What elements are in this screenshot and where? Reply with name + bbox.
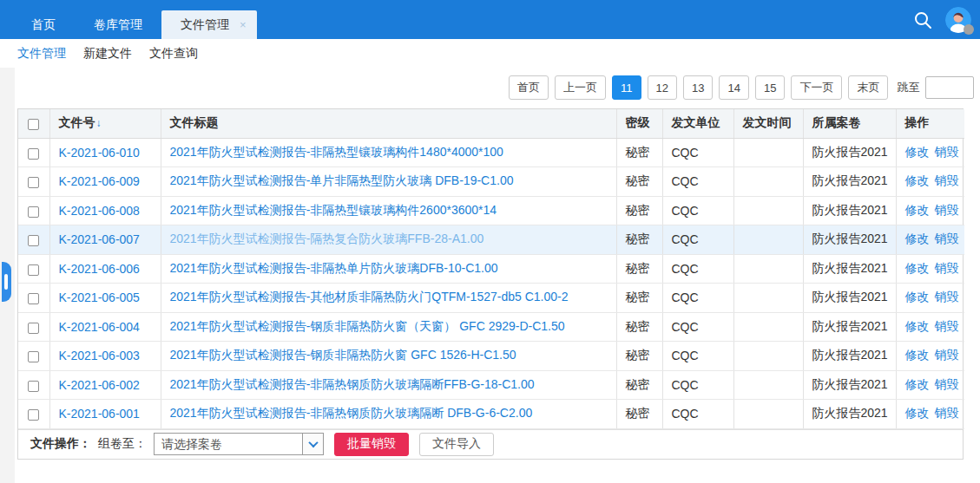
- panel-expand-handle[interactable]: [2, 262, 11, 302]
- table-row: K-2021-06-005 2021年防火型试检测报告-其他材质非隔热防火门QT…: [18, 284, 964, 313]
- table-header-row: 文件号↓ 文件标题 密级 发文单位 发文时间 所属案卷 操作: [18, 109, 964, 138]
- modify-link[interactable]: 修改: [905, 406, 930, 420]
- file-title-link[interactable]: 2021年防火型试检测报告-非隔热型镶玻璃构件2600*3600*14: [170, 203, 497, 217]
- file-title-link[interactable]: 2021年防火型试检测报告-非隔热型镶玻璃构件1480*4000*100: [170, 145, 503, 159]
- modify-link[interactable]: 修改: [905, 261, 930, 275]
- row-checkbox[interactable]: [28, 148, 39, 160]
- table-row: K-2021-06-008 2021年防火型试检测报告-非隔热型镶玻璃构件260…: [18, 196, 964, 225]
- file-no-link[interactable]: K-2021-06-006: [59, 262, 140, 276]
- status-badge: [964, 24, 974, 35]
- jump-page-input[interactable]: [925, 76, 974, 99]
- modify-link[interactable]: 修改: [905, 348, 930, 362]
- archive-name: 防火报告2021: [812, 173, 888, 187]
- row-checkbox-cell: [18, 342, 49, 371]
- pagination-button[interactable]: 下一页: [791, 75, 842, 100]
- file-no-link[interactable]: K-2021-06-007: [59, 232, 140, 246]
- row-checkbox[interactable]: [28, 206, 39, 218]
- file-title-link[interactable]: 2021年防火型试检测报告-非隔热钢质防火玻璃隔断FFB-G-18-C1.00: [170, 377, 535, 391]
- row-checkbox[interactable]: [28, 381, 39, 392]
- nav-tab[interactable]: 文件管理 ×: [161, 10, 257, 39]
- destroy-link[interactable]: 销毁: [935, 203, 959, 217]
- row-checkbox[interactable]: [28, 293, 39, 304]
- destroy-link[interactable]: 销毁: [935, 348, 959, 362]
- file-title-link[interactable]: 2021年防火型试检测报告-非隔热单片防火玻璃DFB-10-C1.00: [170, 261, 498, 275]
- col-header-ops: 操作: [896, 109, 964, 138]
- file-title-link[interactable]: 2021年防火型试检测报告-钢质非隔热防火窗 GFC 1526-H-C1.50: [170, 348, 516, 362]
- file-title-link[interactable]: 2021年防火型试检测报告-隔热复合防火玻璃FFB-28-A1.00: [170, 232, 484, 245]
- pagination-button[interactable]: 11: [612, 75, 641, 100]
- file-no-link[interactable]: K-2021-06-008: [59, 204, 140, 218]
- row-checkbox[interactable]: [28, 323, 39, 334]
- destroy-link[interactable]: 销毁: [935, 145, 959, 159]
- file-no-link[interactable]: K-2021-06-009: [59, 174, 140, 188]
- pagination-button[interactable]: 14: [719, 75, 748, 100]
- file-import-button[interactable]: 文件导入: [419, 433, 494, 456]
- pagination-button[interactable]: 首页: [509, 75, 549, 100]
- tab-close-icon[interactable]: ×: [240, 19, 247, 30]
- modify-link[interactable]: 修改: [905, 377, 930, 391]
- file-table-container: 文件号↓ 文件标题 密级 发文单位 发文时间 所属案卷 操作 K-2021-06…: [17, 108, 964, 460]
- destroy-link[interactable]: 销毁: [935, 232, 959, 245]
- issuing-unit: CQC: [672, 378, 699, 392]
- row-checkbox-cell: [18, 167, 49, 197]
- subnav-item[interactable]: 新建文件: [83, 46, 132, 62]
- modify-link[interactable]: 修改: [905, 203, 930, 217]
- destroy-link[interactable]: 销毁: [935, 261, 959, 275]
- security-level: 秘密: [626, 290, 650, 304]
- pagination-button[interactable]: 13: [683, 75, 713, 100]
- sort-desc-icon: ↓: [96, 117, 102, 129]
- table-row: K-2021-06-010 2021年防火型试检测报告-非隔热型镶玻璃构件148…: [18, 138, 964, 167]
- file-no-link[interactable]: K-2021-06-002: [59, 378, 140, 392]
- archive-name: 防火报告2021: [812, 145, 888, 159]
- select-all-checkbox[interactable]: [28, 119, 39, 130]
- file-title-link[interactable]: 2021年防火型试检测报告-单片非隔热型防火玻璃 DFB-19-C1.00: [170, 173, 514, 187]
- batch-destroy-button[interactable]: 批量销毁: [334, 433, 409, 456]
- row-checkbox[interactable]: [28, 351, 39, 362]
- modify-link[interactable]: 修改: [905, 145, 930, 159]
- row-checkbox[interactable]: [28, 235, 39, 246]
- row-checkbox[interactable]: [28, 409, 39, 421]
- issuing-unit: CQC: [672, 290, 699, 304]
- archive-select-value: 请选择案卷: [155, 434, 302, 454]
- modify-link[interactable]: 修改: [905, 290, 930, 304]
- subnav-item[interactable]: 文件管理: [17, 46, 66, 62]
- nav-tab[interactable]: 卷库管理: [75, 10, 161, 39]
- col-header-file-no-label: 文件号: [59, 115, 95, 129]
- destroy-link[interactable]: 销毁: [935, 290, 959, 304]
- row-checkbox[interactable]: [28, 264, 39, 276]
- file-ops-label: 文件操作：: [30, 436, 91, 452]
- pagination-button[interactable]: 上一页: [555, 75, 606, 100]
- file-no-link[interactable]: K-2021-06-003: [59, 349, 140, 362]
- archive-name: 防火报告2021: [812, 348, 888, 362]
- file-no-link[interactable]: K-2021-06-005: [59, 290, 140, 304]
- archive-name: 防火报告2021: [812, 261, 888, 275]
- search-icon[interactable]: [912, 10, 933, 30]
- row-checkbox-cell: [18, 225, 49, 255]
- modify-link[interactable]: 修改: [905, 173, 930, 187]
- file-no-link[interactable]: K-2021-06-001: [59, 407, 140, 421]
- col-header-file-no[interactable]: 文件号↓: [49, 109, 161, 138]
- file-title-link[interactable]: 2021年防火型试检测报告-非隔热钢质防火玻璃隔断 DFB-G-6-C2.00: [170, 406, 533, 420]
- jump-to-label: 跳至: [897, 80, 919, 95]
- file-title-link[interactable]: 2021年防火型试检测报告-钢质非隔热防火窗（天窗） GFC 2929-D-C1…: [170, 319, 565, 333]
- archive-select[interactable]: 请选择案卷: [154, 433, 324, 455]
- topbar-right: [912, 0, 971, 39]
- select-dropdown-button[interactable]: [302, 434, 323, 454]
- modify-link[interactable]: 修改: [905, 319, 930, 333]
- destroy-link[interactable]: 销毁: [935, 406, 959, 420]
- user-avatar[interactable]: [945, 7, 971, 33]
- tab-bar: 首页 卷库管理 文件管理 ×: [12, 0, 257, 39]
- pagination-button[interactable]: 末页: [848, 75, 888, 100]
- row-checkbox[interactable]: [28, 177, 39, 188]
- destroy-link[interactable]: 销毁: [935, 319, 959, 333]
- file-no-link[interactable]: K-2021-06-010: [59, 146, 140, 160]
- pagination-button[interactable]: 15: [755, 75, 785, 100]
- file-no-link[interactable]: K-2021-06-004: [59, 320, 140, 334]
- nav-tab[interactable]: 首页: [12, 10, 75, 39]
- destroy-link[interactable]: 销毁: [935, 173, 959, 187]
- pagination-button[interactable]: 12: [648, 75, 677, 100]
- destroy-link[interactable]: 销毁: [935, 377, 959, 391]
- modify-link[interactable]: 修改: [905, 232, 930, 245]
- file-title-link[interactable]: 2021年防火型试检测报告-其他材质非隔热防火门QTFM-1527-db5 C1…: [170, 290, 569, 304]
- subnav-item[interactable]: 文件查询: [149, 46, 198, 62]
